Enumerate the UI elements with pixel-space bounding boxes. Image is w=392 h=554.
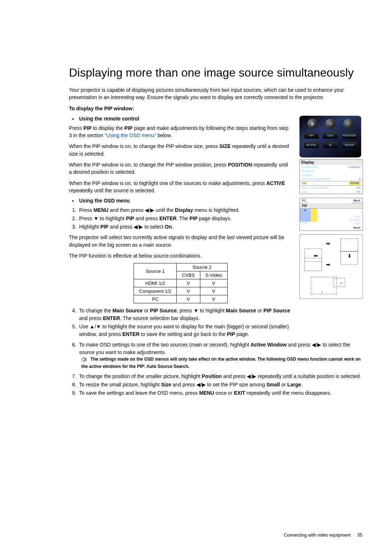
step-1: Press MENU and then press ◀/▶ until the … <box>78 206 292 214</box>
arrow-up-icon: ⬆ <box>313 254 319 258</box>
remote-btn-enter: ENTER <box>342 142 357 148</box>
to-display-header: To display the PIP window: <box>69 105 363 112</box>
step-2: Press ▼ to highlight PIP and press ENTER… <box>78 215 292 222</box>
page-title: Displaying more than one image source si… <box>69 65 363 80</box>
arrow-down-icon: ↓ <box>321 289 323 294</box>
remote-btn-active: ACTIVE <box>304 142 319 148</box>
para-after-steps: The projector will select two currently … <box>69 234 292 249</box>
note-osd-active: The settings made on the OSD menus will … <box>81 356 363 370</box>
remote-btn-id: ID <box>323 142 338 148</box>
step-4: To change the Main Source or PIP Source,… <box>78 307 292 322</box>
note-icon <box>81 357 88 364</box>
source-comb-table: Source 1Source 2 CVBSS-Video HDMI 1/2VV … <box>134 263 227 303</box>
remote-ring: C <box>343 119 354 129</box>
para-size: When the PIP window is on, to change the… <box>69 143 292 157</box>
remote-btn-position: POSITION <box>342 132 357 139</box>
para-position: When the PIP window is on, to change the… <box>69 161 292 176</box>
bullet-osd: Using the OSD menu <box>78 198 292 204</box>
step-8: To resize the small picture, highlight S… <box>78 381 363 389</box>
para-press-pip: Press PIP to display the PIP page and ma… <box>69 124 292 139</box>
osd-pip-menu: PCBack PIP PIP◄► Main Source PIP Source … <box>299 198 363 231</box>
step-5: Use ▲/▼ to highlight the source you want… <box>78 323 292 338</box>
remote-illustration: ◉ ● C PIP SIZE POSITION ACTIVE ID ENTER <box>299 116 361 157</box>
osd-display-menu: Display Aspect RatioLetterbox Keystone P… <box>299 159 363 194</box>
remote-btn-pip: PIP <box>304 132 319 139</box>
step-3: Highlight PIP and press ◀/▶ to select On… <box>78 223 292 231</box>
bullet-remote: Using the remote control <box>78 116 292 122</box>
step-6: To make OSD settings to one of the two s… <box>78 341 363 370</box>
position-diagram: ➡ ⬆ ⬇ ⬅ → ↓ <box>299 234 363 299</box>
arrow-down-icon: ⬇ <box>347 253 352 259</box>
arrow-right-icon: ➡ <box>326 241 330 246</box>
arrow-left-icon: ⬅ <box>326 262 330 267</box>
page-footer: Connecting with video equipment35 <box>0 533 392 538</box>
remote-ring: ◉ <box>307 119 318 129</box>
arrow-right-icon: → <box>339 280 343 286</box>
para-active: When the PIP window is on, to highlight … <box>69 180 292 194</box>
link-osd-menu[interactable]: "Using the OSD menu" <box>105 132 156 138</box>
para-pip-effective: The PIP function is effective at below s… <box>69 252 292 259</box>
step-9: To save the settings and leave the OSD m… <box>78 389 363 397</box>
svg-point-0 <box>82 358 86 361</box>
step-7: To change the position of the smaller pi… <box>78 373 363 380</box>
intro-paragraph: Your projector is capable of displaying … <box>69 86 363 101</box>
remote-btn-size: SIZE <box>323 132 338 139</box>
remote-ring: ● <box>325 119 335 129</box>
